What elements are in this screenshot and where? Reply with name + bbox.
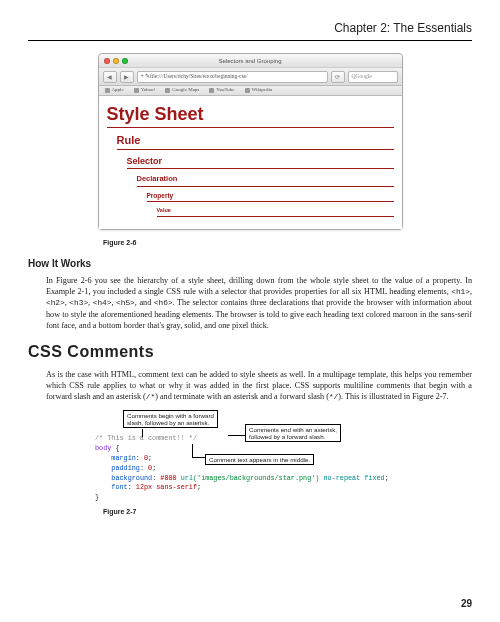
how-it-works-heading: How It Works <box>28 257 472 271</box>
window-title: Selectors and Grouping <box>99 57 402 65</box>
callout-line <box>192 444 193 457</box>
callout-middle: Comment text appears in the middle. <box>205 454 314 465</box>
bookmark-item[interactable]: Apple <box>105 87 124 94</box>
bookmark-item[interactable]: YouTube <box>209 87 234 94</box>
back-button[interactable]: ◀ <box>103 71 117 83</box>
value-heading: Value <box>157 207 394 216</box>
bookmark-bar: Apple Yahoo! Google Maps YouTube Wikiped… <box>99 86 402 96</box>
reload-button[interactable]: ⟳ <box>331 71 345 83</box>
rule-heading: Rule <box>117 133 394 150</box>
callout-line <box>192 457 205 458</box>
browser-toolbar: ◀ ▶ + ✎ file:///Users/richy/Sites/wrox/b… <box>99 68 402 86</box>
declaration-heading: Declaration <box>137 174 394 186</box>
style-sheet-heading: Style Sheet <box>107 102 394 128</box>
figure-2-6-caption: Figure 2-6 <box>103 238 472 247</box>
chapter-header: Chapter 2: The Essentials <box>28 20 472 41</box>
code-selector: body { <box>95 444 405 454</box>
bookmark-icon <box>165 88 170 93</box>
browser-content: Style Sheet Rule Selector Declaration Pr… <box>99 96 402 229</box>
bookmark-icon <box>134 88 139 93</box>
search-placeholder: Google <box>355 73 371 80</box>
page-number: 29 <box>461 597 472 611</box>
property-heading: Property <box>147 192 394 203</box>
css-comments-heading: CSS Comments <box>28 341 472 363</box>
bookmark-icon <box>245 88 250 93</box>
bookmark-item[interactable]: Google Maps <box>165 87 199 94</box>
bookmark-item[interactable]: Yahoo! <box>134 87 156 94</box>
address-bar[interactable]: + ✎ file:///Users/richy/Sites/wrox/begin… <box>137 71 328 83</box>
callout-line <box>142 429 143 437</box>
code-declaration: background: #000 url('images/backgrounds… <box>95 474 405 484</box>
bookmark-item[interactable]: Wikipedia <box>245 87 273 94</box>
address-text: file:///Users/richy/Sites/wrox/beginning… <box>150 73 247 80</box>
selector-heading: Selector <box>127 155 394 169</box>
bookmark-icon <box>209 88 214 93</box>
forward-button[interactable]: ▶ <box>120 71 134 83</box>
browser-window: Selectors and Grouping ◀ ▶ + ✎ file:///U… <box>98 53 403 230</box>
browser-titlebar: Selectors and Grouping <box>99 54 402 68</box>
callout-open: Comments begin with a forwardslash, foll… <box>123 410 218 428</box>
css-comments-para: As is the case with HTML, comment text c… <box>46 369 472 403</box>
callout-close: Comments end with an asterisk,followed b… <box>245 424 341 442</box>
how-it-works-para: In Figure 2-6 you see the hierarchy of a… <box>46 275 472 331</box>
callout-line <box>228 435 245 436</box>
figure-2-7-code: Comments begin with a forwardslash, foll… <box>95 412 405 503</box>
search-field[interactable]: Q Google <box>348 71 398 83</box>
bookmark-icon <box>105 88 110 93</box>
figure-2-7-caption: Figure 2-7 <box>103 507 472 516</box>
code-brace-close: } <box>95 493 405 503</box>
code-declaration: font: 12px sans-serif; <box>95 483 405 493</box>
